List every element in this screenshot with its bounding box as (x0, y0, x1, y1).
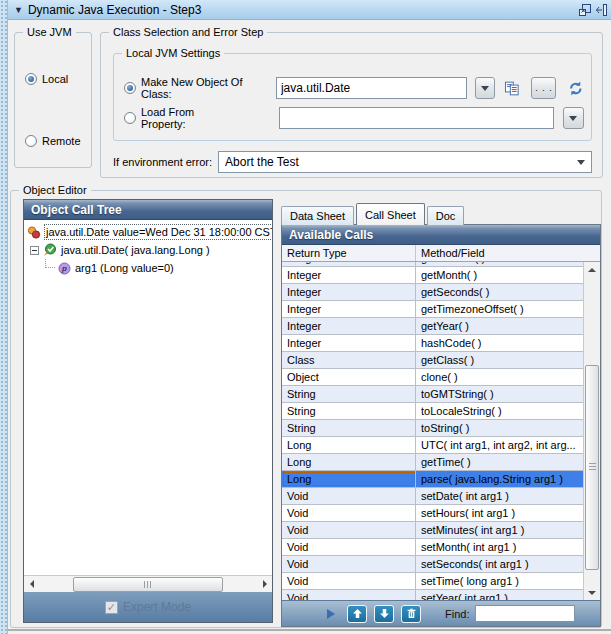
cell-return-type[interactable]: Void (282, 505, 416, 521)
tab-doc[interactable]: Doc (427, 206, 465, 225)
cell-return-type[interactable]: Void (282, 539, 416, 555)
collapse-section-icon[interactable]: ▼ (14, 5, 23, 15)
cell-method[interactable]: getSeconds( ) (416, 284, 583, 300)
find-input[interactable] (475, 605, 575, 622)
table-row[interactable]: StringtoLocaleString( ) (282, 403, 583, 420)
tree-node-arg1[interactable]: p arg1 (Long value=0) (24, 259, 272, 277)
scrollbar-thumb[interactable] (585, 365, 599, 570)
table-row[interactable]: LonggetTime( ) (282, 454, 583, 471)
tab-data-sheet[interactable]: Data Sheet (281, 206, 354, 225)
table-row[interactable]: VoidsetTime( long arg1 ) (282, 573, 583, 590)
cell-return-type[interactable]: Class (282, 352, 416, 368)
cell-return-type[interactable]: String (282, 386, 416, 402)
class-dropdown-button[interactable] (475, 77, 495, 99)
table-row[interactable]: ClassgetClass( ) (282, 352, 583, 369)
cell-return-type[interactable]: Integer (282, 335, 416, 351)
table-row[interactable]: StringtoGMTString( ) (282, 386, 583, 403)
cell-method[interactable]: setMonth( int arg1 ) (416, 539, 583, 555)
cell-return-type[interactable]: Void (282, 556, 416, 572)
cell-return-type[interactable]: Integer (282, 262, 416, 266)
cell-method[interactable]: getClass( ) (416, 352, 583, 368)
cell-method[interactable]: toLocaleString( ) (416, 403, 583, 419)
cell-method[interactable]: setTime( long arg1 ) (416, 573, 583, 589)
scroll-up-arrow[interactable] (584, 262, 600, 277)
table-row[interactable]: IntegergetMonth( ) (282, 267, 583, 284)
execute-call-icon[interactable] (327, 609, 335, 619)
cell-method[interactable]: setHours( int arg1 ) (416, 505, 583, 521)
delete-button[interactable] (401, 605, 421, 623)
browse-class-button[interactable]: . . . (531, 77, 556, 99)
refresh-icon[interactable] (568, 80, 584, 97)
cell-return-type[interactable]: Void (282, 590, 416, 600)
move-up-button[interactable] (347, 605, 367, 623)
cell-method[interactable]: clone( ) (416, 369, 583, 385)
table-row[interactable]: VoidsetHours( int arg1 ) (282, 505, 583, 522)
dock-panel-icon[interactable] (596, 3, 607, 17)
cell-return-type[interactable]: Object (282, 369, 416, 385)
cell-return-type[interactable]: Void (282, 522, 416, 538)
cell-method[interactable]: getYear( ) (416, 318, 583, 334)
column-return-type[interactable]: Return Type (282, 245, 416, 261)
collapse-node-icon[interactable] (30, 246, 39, 255)
cell-method[interactable]: getMonth( ) (416, 267, 583, 283)
cell-return-type[interactable]: String (282, 403, 416, 419)
radio-remote-icon[interactable] (25, 135, 37, 147)
radio-make-new-object[interactable] (124, 82, 136, 94)
table-row[interactable]: LongUTC( int arg1, int arg2, int arg... (282, 437, 583, 454)
radio-local[interactable]: Local (25, 73, 68, 85)
scroll-right-arrow[interactable] (257, 576, 272, 592)
cell-method[interactable]: toString( ) (416, 420, 583, 436)
radio-load-from-property[interactable] (124, 112, 136, 124)
table-row[interactable]: VoidsetDate( int arg1 ) (282, 488, 583, 505)
cell-method[interactable]: getTime( ) (416, 454, 583, 470)
tree-horizontal-scrollbar[interactable] (24, 575, 272, 592)
cell-method[interactable]: setSeconds( int arg1 ) (416, 556, 583, 572)
tree-node-constructor[interactable]: java.util.Date( java.lang.Long ) (24, 241, 272, 259)
table-row[interactable]: IntegergetSeconds( ) (282, 284, 583, 301)
table-row[interactable]: VoidsetMinutes( int arg1 ) (282, 522, 583, 539)
cell-return-type[interactable]: String (282, 420, 416, 436)
cell-method[interactable]: parse( java.lang.String arg1 ) (416, 471, 583, 487)
scroll-down-arrow[interactable] (584, 585, 600, 600)
scrollbar-thumb[interactable] (73, 577, 223, 592)
cell-method[interactable]: getMinutes( ) (416, 262, 583, 266)
table-row[interactable]: VoidsetSeconds( int arg1 ) (282, 556, 583, 573)
scrollbar-track[interactable] (39, 577, 257, 592)
cell-method[interactable]: UTC( int arg1, int arg2, int arg... (416, 437, 583, 453)
radio-remote[interactable]: Remote (25, 135, 81, 147)
table-row[interactable]: IntegergetTimezoneOffset( ) (282, 301, 583, 318)
calls-vertical-scrollbar[interactable] (583, 262, 600, 600)
class-name-input[interactable] (276, 77, 467, 99)
cell-method[interactable]: setMinutes( int arg1 ) (416, 522, 583, 538)
cell-method[interactable]: setDate( int arg1 ) (416, 488, 583, 504)
column-method-field[interactable]: Method/Field (416, 245, 600, 261)
object-call-tree[interactable]: java.util.Date value=Wed Dec 31 18:00:00… (24, 220, 272, 575)
cell-return-type[interactable]: Integer (282, 267, 416, 283)
tree-node-root[interactable]: java.util.Date value=Wed Dec 31 18:00:00… (24, 223, 272, 241)
property-dropdown-button[interactable] (563, 107, 584, 129)
tab-call-sheet[interactable]: Call Sheet (356, 203, 425, 225)
property-input[interactable] (279, 107, 554, 129)
table-row[interactable]: IntegerhashCode( ) (282, 335, 583, 352)
cell-return-type[interactable]: Long (282, 454, 416, 470)
cell-return-type[interactable]: Void (282, 488, 416, 504)
table-row[interactable]: VoidsetYear( int arg1 ) (282, 590, 583, 600)
cell-return-type[interactable]: Integer (282, 301, 416, 317)
cell-method[interactable]: toGMTString( ) (416, 386, 583, 402)
float-window-icon[interactable] (578, 3, 592, 17)
table-row[interactable]: VoidsetMonth( int arg1 ) (282, 539, 583, 556)
scroll-left-arrow[interactable] (24, 576, 39, 592)
move-down-button[interactable] (374, 605, 394, 623)
cell-return-type[interactable]: Integer (282, 284, 416, 300)
copy-properties-icon[interactable] (504, 80, 520, 97)
radio-local-icon[interactable] (25, 73, 37, 85)
cell-return-type[interactable]: Long (282, 471, 416, 487)
cell-return-type[interactable]: Integer (282, 318, 416, 334)
table-row[interactable]: IntegergetYear( ) (282, 318, 583, 335)
cell-method[interactable]: hashCode( ) (416, 335, 583, 351)
table-row[interactable]: StringtoString( ) (282, 420, 583, 437)
cell-return-type[interactable]: Void (282, 573, 416, 589)
cell-method[interactable]: setYear( int arg1 ) (416, 590, 583, 600)
table-row-selected[interactable]: Longparse( java.lang.String arg1 ) (282, 471, 583, 488)
env-error-combobox[interactable]: Abort the Test (218, 151, 592, 173)
